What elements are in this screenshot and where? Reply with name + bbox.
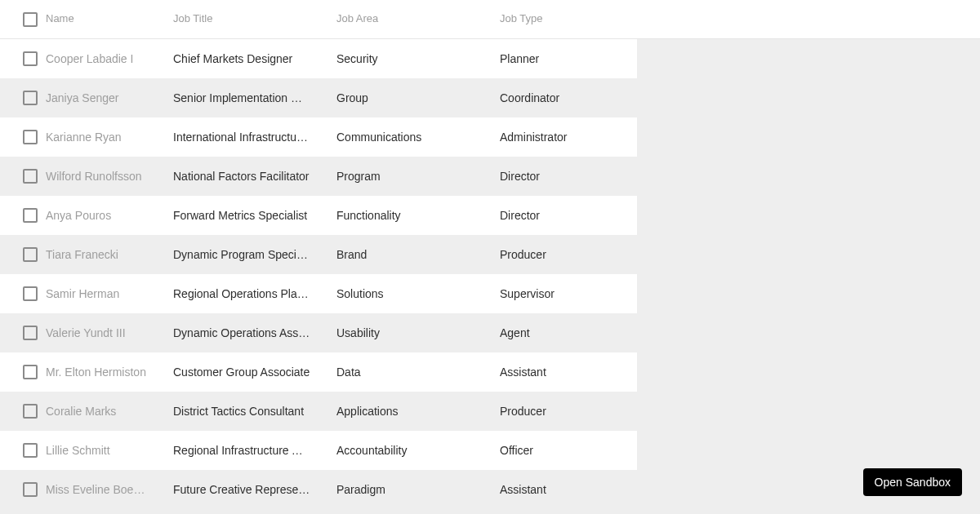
table-row[interactable]: Cooper Labadie IChief Markets DesignerSe…: [0, 39, 637, 78]
row-checkbox-cell: [0, 443, 46, 458]
row-checkbox[interactable]: [23, 130, 38, 144]
cell-job-title: International Infrastructure Agent: [160, 131, 323, 144]
table-body: Cooper Labadie IChief Markets DesignerSe…: [0, 39, 637, 509]
table-row[interactable]: Anya PourosForward Metrics SpecialistFun…: [0, 196, 637, 235]
row-checkbox-cell: [0, 208, 46, 223]
column-header-area[interactable]: Job Area: [323, 12, 487, 27]
column-header-name[interactable]: Name: [46, 12, 160, 27]
cell-name: Tiara Franecki: [46, 248, 160, 261]
cell-job-area: Communications: [323, 131, 487, 144]
cell-job-type: Assistant: [487, 366, 637, 379]
row-checkbox-cell: [0, 326, 46, 340]
cell-job-title: District Tactics Consultant: [160, 405, 323, 418]
cell-job-type: Producer: [487, 405, 637, 418]
table-row[interactable]: Valerie Yundt IIIDynamic Operations Asso…: [0, 313, 637, 352]
table-row[interactable]: Wilford RunolfssonNational Factors Facil…: [0, 157, 637, 196]
column-header-type[interactable]: Job Type: [487, 12, 637, 27]
cell-job-title: Dynamic Program Specialist: [160, 248, 323, 261]
table-row[interactable]: Karianne RyanInternational Infrastructur…: [0, 117, 637, 157]
cell-job-area: Solutions: [323, 287, 487, 300]
table-row[interactable]: Samir HermanRegional Operations PlannerS…: [0, 274, 637, 313]
table-row[interactable]: Miss Eveline BoehmFuture Creative Repres…: [0, 470, 637, 509]
row-checkbox[interactable]: [23, 482, 38, 497]
cell-job-type: Supervisor: [487, 287, 637, 300]
cell-name: Cooper Labadie I: [46, 52, 160, 65]
row-checkbox[interactable]: [23, 365, 38, 379]
cell-name: Karianne Ryan: [46, 131, 160, 144]
cell-job-area: Functionality: [323, 209, 487, 222]
cell-name: Samir Herman: [46, 287, 160, 300]
cell-name: Janiya Senger: [46, 91, 160, 104]
cell-name: Anya Pouros: [46, 209, 160, 222]
employee-table: Name Job Title Job Area Job Type Cooper …: [0, 0, 637, 509]
table-row[interactable]: Janiya SengerSenior Implementation Direc…: [0, 78, 637, 117]
cell-name: Mr. Elton Hermiston: [46, 366, 160, 379]
row-checkbox-cell: [0, 130, 46, 144]
page-root: Name Job Title Job Area Job Type Cooper …: [0, 0, 980, 514]
table-header: Name Job Title Job Area Job Type: [0, 0, 980, 39]
cell-name: Miss Eveline Boehm: [46, 483, 160, 496]
cell-job-type: Director: [487, 209, 637, 222]
cell-job-type: Director: [487, 170, 637, 183]
cell-job-area: Usability: [323, 326, 487, 339]
table-row[interactable]: Mr. Elton HermistonCustomer Group Associ…: [0, 352, 637, 392]
cell-job-title: National Factors Facilitator: [160, 170, 323, 183]
select-all-checkbox[interactable]: [23, 12, 38, 27]
cell-job-title: Regional Operations Planner: [160, 287, 323, 300]
cell-job-title: Dynamic Operations Associate: [160, 326, 323, 339]
cell-job-area: Data: [323, 366, 487, 379]
row-checkbox-cell: [0, 482, 46, 497]
row-checkbox-cell: [0, 404, 46, 419]
header-checkbox-cell: [0, 12, 46, 27]
cell-job-type: Agent: [487, 326, 637, 339]
cell-job-title: Chief Markets Designer: [160, 52, 323, 65]
cell-job-area: Program: [323, 170, 487, 183]
cell-name: Lillie Schmitt: [46, 444, 160, 457]
cell-job-type: Coordinator: [487, 91, 637, 104]
cell-job-title: Regional Infrastructure Analyst: [160, 444, 323, 457]
cell-job-area: Security: [323, 52, 487, 65]
column-header-title[interactable]: Job Title: [160, 12, 323, 27]
open-sandbox-button[interactable]: Open Sandbox: [863, 468, 962, 496]
row-checkbox[interactable]: [23, 208, 38, 223]
cell-job-title: Future Creative Representative: [160, 483, 323, 496]
row-checkbox-cell: [0, 169, 46, 184]
row-checkbox-cell: [0, 247, 46, 262]
cell-job-type: Planner: [487, 52, 637, 65]
cell-job-area: Brand: [323, 248, 487, 261]
row-checkbox-cell: [0, 91, 46, 105]
table-row[interactable]: Tiara FraneckiDynamic Program Specialist…: [0, 235, 637, 274]
table-header-inner: Name Job Title Job Area Job Type: [0, 12, 637, 27]
row-checkbox-cell: [0, 51, 46, 66]
row-checkbox[interactable]: [23, 169, 38, 184]
cell-name: Wilford Runolfsson: [46, 170, 160, 183]
cell-job-type: Officer: [487, 444, 637, 457]
row-checkbox[interactable]: [23, 326, 38, 340]
row-checkbox[interactable]: [23, 91, 38, 105]
cell-job-title: Forward Metrics Specialist: [160, 209, 323, 222]
row-checkbox-cell: [0, 286, 46, 301]
row-checkbox[interactable]: [23, 286, 38, 301]
row-checkbox[interactable]: [23, 247, 38, 262]
table-row[interactable]: Coralie MarksDistrict Tactics Consultant…: [0, 392, 637, 431]
table-row[interactable]: Lillie SchmittRegional Infrastructure An…: [0, 431, 637, 470]
cell-job-area: Applications: [323, 405, 487, 418]
cell-job-type: Assistant: [487, 483, 637, 496]
cell-name: Coralie Marks: [46, 405, 160, 418]
row-checkbox[interactable]: [23, 404, 38, 419]
cell-job-type: Producer: [487, 248, 637, 261]
cell-job-type: Administrator: [487, 131, 637, 144]
cell-job-area: Paradigm: [323, 483, 487, 496]
cell-job-title: Senior Implementation Director: [160, 91, 323, 104]
cell-job-area: Group: [323, 91, 487, 104]
cell-job-title: Customer Group Associate: [160, 366, 323, 379]
row-checkbox[interactable]: [23, 51, 38, 66]
row-checkbox-cell: [0, 365, 46, 379]
cell-name: Valerie Yundt III: [46, 326, 160, 339]
cell-job-area: Accountability: [323, 444, 487, 457]
row-checkbox[interactable]: [23, 443, 38, 458]
